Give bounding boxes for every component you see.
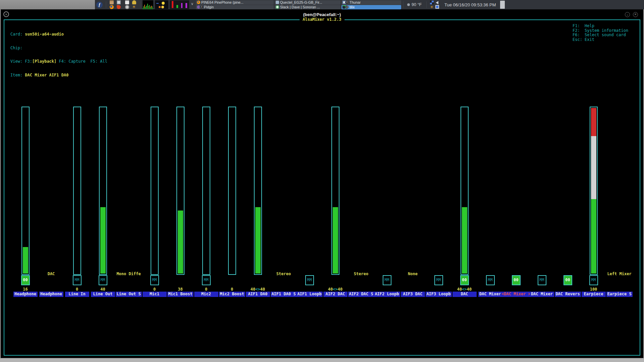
mute-box-muted[interactable]: MM [305,275,314,285]
mute-box-unmuted[interactable]: 00 [564,275,572,285]
control-label[interactable]: AIF1 DA0 S [270,292,297,297]
volume-bar[interactable] [331,107,339,275]
control-label[interactable]: Headphone [39,292,63,297]
mixer-control-aif1-da0-s[interactable]: StereoAIF1 DA0 S [271,107,297,299]
mixer-control-headphone[interactable]: DACHeadphone [38,107,64,299]
control-label[interactable]: Line In [65,292,89,297]
keys-icon[interactable] [132,0,136,4]
sun-icon[interactable]: ☀ [430,5,434,9]
mixer-control-mic2[interactable]: MM0Mic2 [193,107,219,299]
mute-box-muted[interactable]: MM [99,275,107,285]
mixer-control-earpiece-s[interactable]: Left MixerEarpiece S [606,107,632,299]
display-layout-icon[interactable] [117,0,121,4]
chili-icon[interactable] [117,5,121,9]
mute-box-muted[interactable]: MM [202,275,211,285]
control-label[interactable]: <DAC Mixer > [500,292,532,297]
sync-icon[interactable] [125,5,129,9]
control-label[interactable]: Mic2 Boost [219,292,245,297]
taskbar-button-thunar[interactable]: 3Thunar [341,0,401,5]
mute-box-muted[interactable]: MM [486,275,495,285]
control-label[interactable]: Mic1 [143,292,167,297]
control-label[interactable]: DAC [452,292,477,297]
mixer-control-mic1-boost[interactable]: 38Mic1 Boost [167,107,193,299]
taskbar-button-pidgin[interactable]: 2Pidgin [196,5,274,9]
mixer-control-dac-mixer-selected[interactable]: 00<DAC Mixer > [503,107,529,299]
panel-handle[interactable] [500,1,505,9]
mute-box-muted[interactable]: MM [383,275,391,285]
mixer-control-line-out[interactable]: MM40Line Out [90,107,116,299]
mute-box-unmuted[interactable]: 00 [512,275,521,285]
mixer-control-dac-revers[interactable]: 00DAC Revers [555,107,581,299]
planet-weather-widget[interactable] [155,0,168,9]
window-maximize-icon[interactable]: ✕ [633,12,638,17]
network-icon[interactable] [430,1,434,4]
control-label[interactable]: AIF3 Loopb [425,292,451,297]
control-label[interactable]: AIF1 Loopb [296,292,322,297]
mixer-control-aif2-dac-s[interactable]: StereoAIF2 DAC S [348,107,374,299]
weather-indicator[interactable]: 90 °F [405,2,424,7]
mixer-control-aif1-loopb[interactable]: MMAIF1 Loopb [297,107,322,299]
mixer-control-mic1[interactable]: MM0Mic1 [142,107,167,299]
audio-spectrum-widget[interactable] [143,0,153,9]
display-icon[interactable] [435,5,439,9]
volume-bar[interactable] [202,107,210,275]
volume-bar[interactable] [21,107,30,275]
mute-box-muted[interactable]: MM [589,275,598,285]
control-label[interactable]: Earpiece S [606,292,632,297]
mixer-control-aif1-da0[interactable]: 40<>40AIF1 DA0 [245,107,271,299]
mixer-control-aif2-dac[interactable]: 40<>40AIF2 DAC [322,107,348,299]
mixer-control-aif3-loopb[interactable]: MMAIF3 Loopb [426,107,451,299]
mixer-control-line-in[interactable]: MM0Line In [64,107,90,299]
volume-bar[interactable] [254,107,262,275]
mixer-control-aif2-loopb[interactable]: MMAIF2 Loopb [374,107,400,299]
volume-bar[interactable] [73,107,81,275]
terminal[interactable]: AlsaMixer v1.2.3 Card: sun50i-a64-audio … [1,19,643,358]
clock[interactable]: Tue 06/16/20 09:53:36 PM [441,2,499,7]
mixer-control-mic2-boost[interactable]: 0Mic2 Boost [219,107,245,299]
mute-box-muted[interactable]: MM [150,275,159,285]
control-label[interactable]: DAC Revers [554,292,581,297]
control-label[interactable]: Headphone [13,292,38,297]
firefox-icon[interactable] [110,5,114,9]
volume-bar[interactable] [151,107,159,275]
control-label[interactable]: AIF2 DAC S [348,292,374,297]
mixer-control-dac[interactable]: 0040<>40DAC [451,107,477,299]
window-menu-icon[interactable]: ⌄ [625,12,630,17]
volume-bar[interactable] [461,107,469,275]
control-label[interactable]: AIF2 Loopb [374,292,400,297]
mute-box-unmuted[interactable]: 00 [460,275,469,285]
fedora-menu-icon[interactable]: f [96,2,103,8]
taskbar-button-quectel-eg25-g-gb-fir[interactable]: Quectel_EG25-G-GB_Fir... [275,0,340,5]
mute-box-muted[interactable]: MM [538,275,546,285]
system-monitor-bars[interactable] [170,0,189,9]
control-label[interactable]: Earpiece [582,292,606,297]
mixer-control-dac-mixer[interactable]: MMDAC Mixer [477,107,503,299]
taskbar-button-tilix[interactable]: 12tilix [341,5,401,9]
control-label[interactable]: DAC Mixer [478,292,502,297]
mixer-control-line-out-s[interactable]: Mono DiffeLine Out S [116,107,142,299]
notes-icon[interactable] [125,0,129,4]
mute-box-muted[interactable]: MM [434,275,443,285]
mixer-control-headphone[interactable]: 0016Headphone [12,107,38,299]
control-label[interactable]: AIF1 DA0 [246,292,270,297]
window-close-icon[interactable]: ✕ [3,11,9,17]
control-label[interactable]: Line Out S [115,292,142,297]
volume-bar[interactable] [590,107,598,275]
volume-bar[interactable] [228,107,236,275]
chevron-down-icon[interactable]: ∨ [191,2,194,6]
speaker-icon[interactable] [436,1,438,4]
taskbar-button-pine64-pinephone-pine[interactable]: PINE64 PinePhone (pine... [196,0,274,5]
control-label[interactable]: Mic2 [194,292,218,297]
taskbar-button-slack-dave-sonoran[interactable]: Slack | Dave | Sonoran ... [275,5,340,9]
sun-settings-icon[interactable]: ☀ [132,5,136,9]
mute-box-unmuted[interactable]: 00 [21,275,30,285]
mute-box-muted[interactable]: MM [73,275,82,285]
control-label[interactable]: AIF2 DAC [323,292,347,297]
mixer-control-earpiece[interactable]: MM100Earpiece [581,107,606,299]
control-label[interactable]: AIF3 DAC [401,292,425,297]
mixer-control-aif3-dac[interactable]: NoneAIF3 DAC [400,107,426,299]
volume-bar[interactable] [176,107,184,275]
volume-bar[interactable] [99,107,107,275]
control-label[interactable]: DAC Mixer [530,292,554,297]
mixer-control-dac-mixer[interactable]: MMDAC Mixer [529,107,555,299]
